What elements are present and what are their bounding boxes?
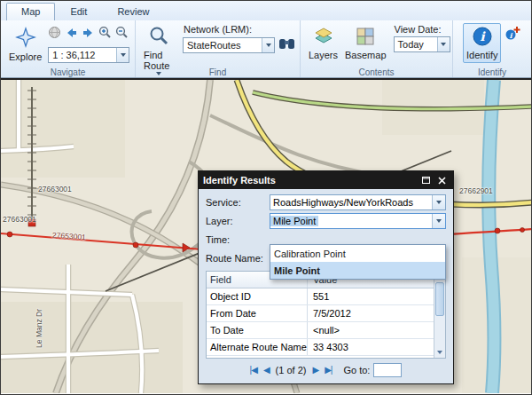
identify-button[interactable]: i Identify [463, 23, 501, 63]
dropdown-option-mile-point[interactable]: Mile Point [270, 262, 445, 279]
route-label: 27662901 [459, 186, 493, 195]
binoculars-icon[interactable] [278, 36, 295, 54]
next-extent-icon[interactable] [82, 27, 95, 43]
service-label: Service: [206, 197, 270, 208]
table-row[interactable]: To Date <null> [207, 322, 445, 339]
scroll-down-icon[interactable] [435, 348, 444, 357]
full-extent-icon[interactable] [48, 26, 61, 43]
ribbon-tabbar: Map Edit Review [1, 1, 531, 20]
explore-compass-icon [14, 26, 37, 51]
field-cell: Object ID [207, 288, 308, 304]
network-lrm-value: StateRoutes [184, 40, 262, 51]
ribbon-group-find: Find Route Network (LRM): StateRoutes Fi… [136, 20, 301, 77]
goto-page-input[interactable] [373, 363, 402, 377]
goto-label: Go to: [343, 365, 370, 375]
value-cell: 551 [308, 288, 434, 304]
add-identify-route-icon[interactable]: i [505, 26, 520, 45]
layer-dropdown-arrow-icon[interactable] [432, 214, 445, 228]
table-row[interactable]: Alternate Route Name 33 4303 [207, 339, 445, 356]
value-cell: 7/5/2012 [308, 305, 434, 321]
basemap-button[interactable]: Basemap [341, 23, 389, 63]
info-icon: i [472, 26, 493, 49]
basemap-label: Basemap [345, 50, 386, 60]
explore-label: Explore [9, 51, 42, 62]
identify-results-dialog: Identify Results Service: RoadsHighways/… [198, 170, 454, 384]
scale-combobox[interactable]: 1 : 36,112 [48, 47, 129, 63]
network-lrm-combobox[interactable]: StateRoutes [183, 37, 275, 53]
value-cell: 33 4303 [308, 339, 434, 355]
network-dropdown-arrow-icon[interactable] [262, 38, 274, 52]
first-page-button[interactable]: |◀ [250, 365, 257, 375]
street-label: Le Manz Dr [35, 309, 43, 348]
service-combobox[interactable]: RoadsHighways/NewYorkRoads [270, 194, 446, 210]
scale-dropdown-arrow-icon[interactable] [116, 48, 129, 62]
tab-review[interactable]: Review [102, 3, 164, 20]
layers-button[interactable]: Layers [305, 23, 341, 63]
identify-group-label: Identify [453, 67, 531, 77]
pagination-bar: |◀ ◀ (1 of 2) ▶ ▶| Go to: [206, 360, 446, 379]
view-date-value: Today [395, 39, 437, 50]
dropdown-option-calibration-point[interactable]: Calibration Point [270, 245, 445, 262]
identify-label: Identify [466, 50, 497, 60]
field-cell: From Date [207, 305, 308, 321]
service-dropdown-arrow-icon[interactable] [432, 195, 445, 209]
close-icon[interactable] [435, 175, 449, 186]
navigate-group-label: Navigate [1, 67, 135, 77]
zoom-out-icon[interactable] [115, 26, 129, 43]
scrollbar-thumb[interactable] [435, 282, 444, 316]
zoom-in-icon[interactable] [98, 26, 112, 43]
app-window: Map Edit Review Explore [0, 0, 532, 395]
tab-map[interactable]: Map [6, 3, 55, 20]
layer-label: Layer: [206, 216, 270, 226]
layer-dropdown-list: Calibration Point Mile Point [270, 244, 446, 280]
value-cell: <null> [308, 322, 434, 338]
explore-button[interactable]: Explore [5, 23, 45, 65]
basemap-icon [355, 26, 376, 49]
layer-value: Mile Point [270, 216, 318, 226]
dialog-title: Identify Results [203, 175, 417, 186]
view-date-dropdown-arrow-icon[interactable] [437, 37, 450, 51]
view-date-label: View Date: [395, 24, 450, 35]
layers-icon [313, 26, 334, 49]
time-label: Time: [206, 234, 270, 245]
map-view[interactable]: 27663001 27663001 27653001 27662901 Le M… [1, 78, 531, 393]
route-name-label: Route Name: [206, 253, 270, 264]
previous-page-button[interactable]: ◀ [263, 365, 270, 375]
view-date-combobox[interactable]: Today [394, 36, 450, 52]
previous-extent-icon[interactable] [65, 27, 78, 43]
page-indicator: (1 of 2) [276, 365, 307, 375]
field-cell: To Date [207, 322, 308, 338]
last-page-button[interactable]: ▶| [325, 365, 332, 375]
scale-value: 1 : 36,112 [49, 50, 116, 60]
tab-edit[interactable]: Edit [55, 3, 102, 20]
find-group-label: Find [136, 67, 300, 77]
network-lrm-label: Network (LRM): [184, 24, 295, 35]
field-cell: Alternate Route Name [207, 339, 308, 355]
table-row[interactable]: Object ID 551 [207, 288, 445, 305]
layer-combobox[interactable]: Mile Point [270, 213, 446, 229]
dialog-titlebar[interactable]: Identify Results [199, 171, 453, 189]
layers-label: Layers [309, 50, 338, 60]
route-label: 27663001 [38, 185, 72, 194]
service-value: RoadsHighways/NewYorkRoads [270, 197, 416, 208]
contents-group-label: Contents [301, 67, 452, 77]
ribbon-group-contents: Layers Basemap View Date: Today Contents [301, 20, 453, 77]
next-page-button[interactable]: ▶ [312, 365, 318, 375]
attribute-table: Field Value Object ID 551 From Date 7/5/… [206, 271, 446, 359]
table-scrollbar[interactable] [434, 272, 445, 358]
route-label: 27663001 [3, 215, 36, 224]
restore-icon[interactable] [419, 175, 433, 186]
ribbon-group-identify: i Identify i Identify [453, 20, 531, 77]
ribbon: Explore 1 : 36,112 Navigate [1, 20, 531, 78]
table-row[interactable]: From Date 7/5/2012 [207, 305, 445, 322]
find-route-magnifier-icon [148, 26, 169, 49]
ribbon-group-navigate: Explore 1 : 36,112 Navigate [1, 20, 136, 77]
